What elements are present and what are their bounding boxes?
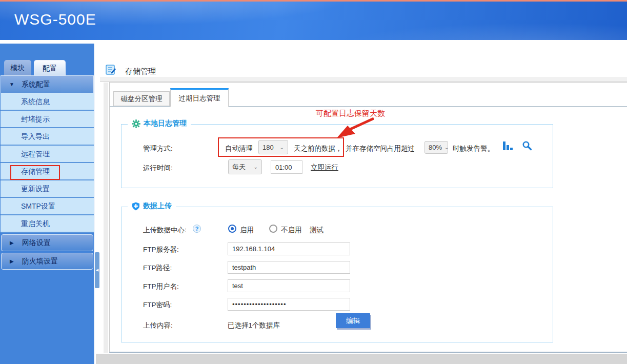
retention-days-value: 180 [262, 144, 274, 151]
sidebar-item-import-export[interactable]: 导入导出 [1, 128, 94, 146]
upload-center-label: 上传数据中心: [143, 226, 187, 235]
ftp-server-label: FTP服务器: [143, 245, 179, 254]
sidebar-tab-config[interactable]: 配置 [34, 60, 66, 75]
chevron-down-icon: ⌄ [280, 145, 284, 150]
triangle-left-icon: ◀ [96, 268, 98, 272]
data-upload-legend: 数据上传 [128, 201, 176, 211]
storage-threshold-prefix: 并在存储空间占用超过 [346, 144, 415, 153]
triangle-down-icon: ▼ [9, 76, 14, 93]
storage-percent-value: 80% [429, 144, 442, 151]
title-divider [100, 77, 627, 82]
app-window: WSG-500E 模块 配置 ▼ 系统配置 系统信息 封堵提示 导入导出 远程管… [0, 0, 627, 364]
enable-radio[interactable] [228, 225, 236, 233]
auto-clean-prefix: 自动清理 [225, 144, 253, 153]
sidebar-item-system-info[interactable]: 系统信息 [1, 93, 94, 111]
search-icon[interactable] [522, 140, 532, 151]
sidebar-item-storage-mgmt[interactable]: 存储管理 [1, 163, 94, 180]
ftp-server-input[interactable] [228, 242, 350, 255]
ftp-path-label: FTP路径: [143, 264, 172, 273]
sidebar-item-smtp-settings[interactable]: SMTP设置 [1, 198, 94, 215]
footer-strip [96, 354, 627, 364]
sidebar-item-reboot-shutdown[interactable]: 重启关机 [1, 215, 94, 233]
app-header: WSG-500E [0, 2, 627, 40]
ftp-path-input[interactable] [228, 261, 350, 274]
bar-chart-icon[interactable] [502, 141, 513, 151]
chevron-down-icon: ⌄ [254, 164, 258, 170]
sidebar-group-firewall[interactable]: ▶ 防火墙设置 [1, 253, 93, 270]
edit-button[interactable]: 编辑 [336, 313, 370, 328]
storage-threshold-suffix: 时触发告警。 [453, 144, 494, 153]
annotation-arrow [334, 116, 376, 140]
data-upload-section: 数据上传 上传数据中心: ? 启用 不启用 测试 FTP服务器: FTP路径: … [121, 207, 553, 342]
sidebar-item-remote-mgmt[interactable]: 远程管理 [1, 146, 94, 163]
sidebar-group-system-config[interactable]: ▼ 系统配置 [1, 75, 94, 93]
sidebar-item-block-tip[interactable]: 封堵提示 [1, 111, 94, 128]
runtime-time-input[interactable] [271, 160, 302, 174]
sidebar-group-label: 系统配置 [22, 80, 50, 88]
sidebar: 模块 配置 ▼ 系统配置 系统信息 封堵提示 导入导出 远程管理 存储管理 更新… [0, 44, 95, 364]
triangle-right-icon: ▶ [10, 235, 14, 251]
page-title: 存储管理 [125, 67, 156, 76]
frequency-value: 每天 [232, 163, 246, 172]
tab-disk-partition[interactable]: 磁盘分区管理 [113, 91, 170, 106]
sidebar-collapse-handle[interactable]: ◀ [95, 252, 99, 288]
data-upload-legend-label: 数据上传 [143, 201, 172, 211]
ftp-password-label: FTP密码: [143, 300, 172, 310]
ftp-password-input[interactable] [228, 298, 350, 311]
sidebar-group-network[interactable]: ▶ 网络设置 [1, 234, 93, 251]
sidebar-tab-modules[interactable]: 模块 [4, 60, 31, 75]
frequency-select[interactable]: 每天 ⌄ [228, 159, 262, 174]
auto-clean-suffix: 天之前的数据， [294, 144, 342, 153]
shield-plus-icon [132, 202, 140, 211]
test-link[interactable]: 测试 [310, 226, 323, 235]
left-gutter [104, 83, 108, 353]
storage-percent-select[interactable]: 80% ⌄ [424, 141, 448, 154]
upload-content-label: 上传内容: [143, 321, 173, 330]
retention-days-select[interactable]: 180 ⌄ [258, 140, 288, 154]
local-log-legend-label: 本地日志管理 [144, 119, 187, 128]
gear-icon [132, 119, 140, 128]
enable-radio-label[interactable]: 启用 [240, 226, 254, 235]
upload-content-value: 已选择1个数据库 [228, 321, 280, 330]
disable-radio[interactable] [269, 225, 277, 233]
app-title: WSG-500E [14, 11, 96, 28]
tab-expired-logs[interactable]: 过期日志管理 [170, 88, 229, 107]
chevron-down-icon: ⌄ [444, 145, 449, 150]
sidebar-group-label: 网络设置 [22, 238, 51, 247]
sidebar-item-update-settings[interactable]: 更新设置 [1, 180, 94, 198]
help-icon[interactable]: ? [193, 225, 201, 233]
run-now-link[interactable]: 立即运行 [311, 163, 338, 172]
runtime-label: 运行时间: [143, 164, 173, 173]
content-panel: 磁盘分区管理 过期日志管理 可配置日志保留天数 [109, 82, 627, 353]
ftp-username-input[interactable] [228, 279, 350, 292]
local-log-legend: 本地日志管理 [128, 119, 191, 128]
ftp-username-label: FTP用户名: [143, 282, 179, 291]
triangle-right-icon: ▶ [10, 253, 14, 269]
sidebar-group-label: 防火墙设置 [22, 257, 58, 265]
disable-radio-label[interactable]: 不启用 [281, 226, 302, 235]
notepad-edit-icon [105, 64, 116, 77]
manage-mode-label: 管理方式: [143, 144, 173, 153]
